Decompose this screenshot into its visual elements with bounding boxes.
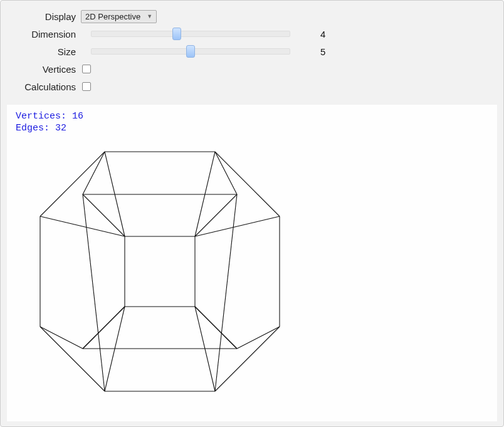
calc-cb-label: Calculations <box>8 82 81 92</box>
svg-line-26 <box>83 194 105 391</box>
hypercube-figure <box>24 136 294 406</box>
row-size: Size 5 <box>8 43 496 60</box>
svg-line-7 <box>195 194 237 236</box>
size-label: Size <box>8 46 81 57</box>
svg-line-6 <box>83 194 125 236</box>
slider-thumb[interactable] <box>172 28 181 40</box>
svg-line-11 <box>195 216 280 236</box>
row-dimension: Dimension 4 <box>8 26 496 42</box>
slider-track <box>91 31 290 37</box>
svg-line-23 <box>83 307 125 349</box>
calculations-checkbox[interactable] <box>82 82 91 91</box>
svg-line-9 <box>40 216 125 236</box>
display-label: Display <box>8 11 81 22</box>
dimension-slider[interactable]: 4 <box>91 28 290 40</box>
row-calc-cb: Calculations <box>8 78 496 95</box>
row-vertices-cb: Vertices <box>8 61 496 77</box>
svg-line-21 <box>237 327 280 349</box>
slider-thumb[interactable] <box>186 45 195 58</box>
size-value: 5 <box>320 46 325 57</box>
display-select[interactable]: 2D Perspective ▼ <box>81 10 157 23</box>
vertices-cb-label: Vertices <box>8 64 81 75</box>
controls-area: Display 2D Perspective ▼ Dimension 4 Siz… <box>1 1 503 101</box>
svg-line-19 <box>40 327 83 349</box>
stats-text: Vertices: 16 Edges: 32 <box>16 111 488 135</box>
svg-line-24 <box>195 307 237 349</box>
canvas-area: Vertices: 16 Edges: 32 <box>7 105 497 421</box>
display-select-value: 2D Perspective <box>85 12 140 21</box>
panel: Display 2D Perspective ▼ Dimension 4 Siz… <box>0 0 504 427</box>
dimension-value: 4 <box>320 29 325 40</box>
svg-line-3 <box>215 152 237 194</box>
chevron-down-icon: ▼ <box>147 13 152 19</box>
row-display: Display 2D Perspective ▼ <box>8 8 496 24</box>
svg-line-1 <box>83 152 105 194</box>
svg-line-27 <box>215 194 237 391</box>
vertices-checkbox[interactable] <box>82 65 91 73</box>
dimension-label: Dimension <box>8 29 81 40</box>
size-slider[interactable]: 5 <box>91 45 290 58</box>
